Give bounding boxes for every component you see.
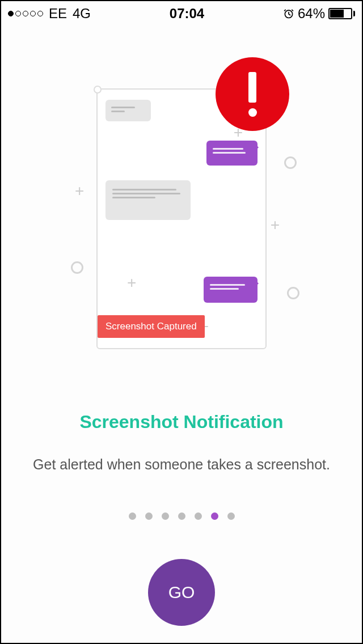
clock-label: 07:04 — [170, 6, 204, 22]
battery-icon — [328, 8, 355, 19]
page-dot[interactable] — [145, 512, 153, 520]
alarm-icon — [283, 8, 294, 19]
page-title: Screenshot Notification — [1, 412, 362, 433]
status-left: EE 4G — [8, 6, 91, 22]
onboarding-illustration: + + + Screenshot Captured + + — [1, 26, 362, 378]
page-dot[interactable] — [162, 512, 169, 520]
page-dot[interactable] — [195, 512, 202, 520]
alert-exclamation-icon — [216, 57, 289, 131]
status-bar: EE 4G 07:04 64% — [1, 1, 362, 26]
page-dot[interactable] — [178, 512, 185, 520]
status-right: 64% — [283, 6, 355, 22]
screenshot-captured-banner: Screenshot Captured — [98, 315, 205, 338]
page-dot[interactable] — [129, 512, 136, 520]
banner-text: Screenshot Captured — [105, 321, 197, 332]
page-indicator — [1, 512, 362, 520]
signal-strength-icon — [8, 11, 43, 16]
page-dot[interactable] — [227, 512, 235, 520]
carrier-label: EE — [49, 6, 67, 22]
network-label: 4G — [73, 6, 91, 22]
page-subtitle: Get alerted when someone takes a screens… — [1, 456, 362, 473]
page-dot[interactable] — [211, 512, 218, 520]
battery-percent-label: 64% — [298, 6, 325, 22]
go-button[interactable]: GO — [148, 559, 215, 626]
go-button-label: GO — [168, 583, 195, 602]
